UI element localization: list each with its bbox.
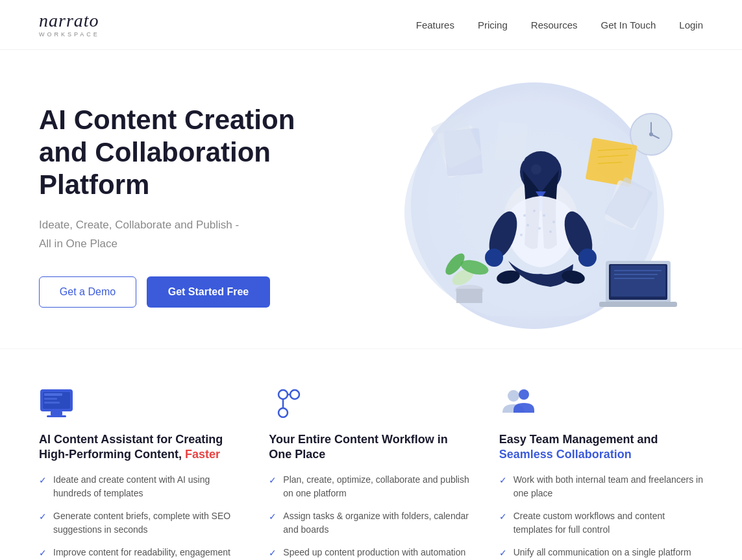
feature-1-item-1: ✓ Ideate and create content with AI usin…: [39, 473, 243, 500]
nav-login[interactable]: Login: [679, 19, 703, 30]
workflow-icon: [269, 388, 306, 418]
check-icon-6: ✓: [269, 546, 277, 560]
svg-point-34: [578, 249, 597, 267]
svg-rect-49: [44, 393, 62, 396]
feature-icon-team: [499, 388, 703, 420]
svg-point-28: [538, 227, 541, 230]
features-section: AI Content Assistant for Creating High-P…: [0, 348, 742, 560]
svg-point-33: [485, 249, 503, 267]
monitor-icon: [39, 388, 74, 418]
feature-3-item-2: ✓ Create custom workflows and content te…: [499, 509, 703, 537]
nav-pricing[interactable]: Pricing: [478, 19, 508, 30]
logo[interactable]: narrato WORKSPACE: [39, 12, 100, 38]
svg-point-21: [531, 164, 541, 175]
check-icon-3: ✓: [39, 546, 47, 560]
feature-ai-content: AI Content Assistant for Creating High-P…: [39, 382, 243, 560]
hero-subtitle-line1: Ideate, Create, Collaborate and Publish …: [39, 219, 239, 231]
feature-icon-workflow: [269, 388, 473, 420]
feature-2-item-3: ✓ Speed up content production with autom…: [269, 546, 473, 560]
feature-team: Easy Team Management and Seamless Collab…: [499, 382, 703, 560]
feature-icon-monitor: [39, 388, 243, 420]
logo-name: narrato: [39, 12, 99, 30]
hero-buttons: Get a Demo Get Started Free: [39, 276, 351, 308]
svg-point-52: [278, 390, 288, 399]
hero-content: AI Content Creation and Collaboration Pl…: [39, 104, 351, 308]
svg-point-58: [519, 389, 529, 400]
svg-point-29: [549, 230, 552, 233]
svg-point-7: [649, 132, 653, 136]
feature-1-list: ✓ Ideate and create content with AI usin…: [39, 473, 243, 560]
hero-subtitle: Ideate, Create, Collaborate and Publish …: [39, 216, 351, 254]
feature-1-item-2: ✓ Generate content briefs, complete with…: [39, 509, 243, 537]
svg-point-25: [543, 214, 545, 217]
check-icon-5: ✓: [269, 510, 277, 524]
hero-svg-illustration: [378, 95, 690, 316]
svg-point-57: [508, 390, 519, 402]
svg-rect-18: [456, 289, 482, 303]
hero-title: AI Content Creation and Collaboration Pl…: [39, 104, 351, 202]
check-icon-9: ✓: [499, 546, 507, 560]
svg-point-56: [278, 408, 288, 417]
svg-point-23: [523, 214, 526, 217]
hero-illustration: [365, 89, 703, 323]
feature-3-item-1: ✓ Work with both internal team and freel…: [499, 473, 703, 500]
svg-point-27: [526, 224, 529, 226]
get-started-button[interactable]: Get Started Free: [147, 276, 270, 308]
svg-rect-47: [51, 411, 62, 415]
feature-3-list: ✓ Work with both internal team and freel…: [499, 473, 703, 560]
svg-rect-50: [44, 398, 57, 400]
nav-links: Features Pricing Resources Get In Touch …: [416, 19, 703, 30]
feature-3-item-3: ✓ Unify all communication on a single pl…: [499, 546, 703, 560]
svg-rect-44: [495, 121, 528, 162]
check-icon-2: ✓: [39, 510, 47, 524]
feature-workflow: Your Entire Content Workflow in One Plac…: [269, 382, 473, 560]
feature-2-item-2: ✓ Assign tasks & organize with folders, …: [269, 509, 473, 537]
feature-2-title: Your Entire Content Workflow in One Plac…: [269, 432, 473, 463]
logo-sub: WORKSPACE: [39, 31, 100, 38]
feature-1-title: AI Content Assistant for Creating High-P…: [39, 432, 243, 463]
svg-point-26: [552, 221, 555, 223]
nav-features[interactable]: Features: [416, 19, 454, 30]
check-icon-7: ✓: [499, 474, 507, 487]
get-demo-button[interactable]: Get a Demo: [39, 276, 136, 308]
svg-point-24: [533, 210, 536, 212]
navbar: narrato WORKSPACE Features Pricing Resou…: [0, 0, 742, 50]
nav-contact[interactable]: Get In Touch: [601, 19, 656, 30]
svg-rect-48: [47, 415, 66, 417]
team-icon: [499, 388, 537, 418]
feature-2-item-1: ✓ Plan, create, optimize, collaborate an…: [269, 473, 473, 500]
feature-1-item-3: ✓ Improve content for readability, engag…: [39, 546, 243, 560]
check-icon-1: ✓: [39, 474, 47, 487]
feature-3-title: Easy Team Management and Seamless Collab…: [499, 432, 703, 463]
check-icon-4: ✓: [269, 474, 277, 487]
hero-section: AI Content Creation and Collaboration Pl…: [0, 50, 742, 348]
svg-point-30: [520, 234, 523, 236]
check-icon-8: ✓: [499, 510, 507, 524]
svg-rect-43: [599, 302, 677, 307]
svg-point-53: [290, 390, 299, 399]
nav-resources[interactable]: Resources: [531, 19, 578, 30]
feature-2-list: ✓ Plan, create, optimize, collaborate an…: [269, 473, 473, 560]
svg-rect-51: [44, 402, 60, 404]
hero-subtitle-line2: All in One Place: [39, 237, 117, 250]
svg-rect-39: [611, 265, 665, 297]
